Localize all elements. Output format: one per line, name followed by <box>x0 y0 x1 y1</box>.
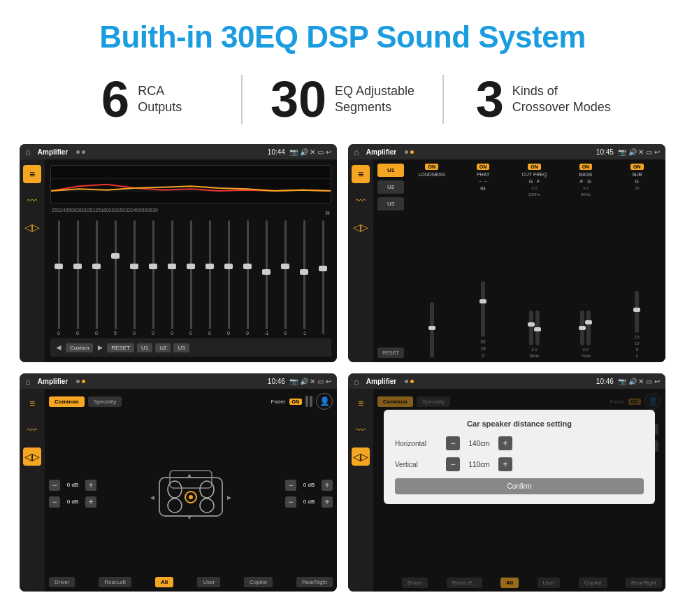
stat-rca: 6 RCAOutputs <box>42 74 241 124</box>
vol-plus-3[interactable]: + <box>322 480 333 491</box>
fader-slider-group <box>305 396 312 407</box>
eq-u1-btn[interactable]: U1 <box>137 343 152 352</box>
screen-body-1: ≡ 〰 ◁▷ <box>20 159 337 362</box>
stat-text-rca: RCAOutputs <box>138 83 182 116</box>
copilot-btn[interactable]: Copilot <box>244 577 273 587</box>
status-dots-3 <box>76 380 85 383</box>
bg-tabs: Common Specialty Fader ON 👤 <box>377 393 661 410</box>
distance-modal: Car speaker distance setting Horizontal … <box>384 410 655 504</box>
vertical-value: 110cm <box>463 461 495 468</box>
rear-right-btn[interactable]: RearRight <box>296 577 333 587</box>
dot1 <box>76 150 80 154</box>
amp-preset-u1[interactable]: U1 <box>377 164 404 177</box>
tab-specialty-3[interactable]: Specialty <box>88 396 122 407</box>
svg-point-8 <box>200 499 214 513</box>
eq-u3-btn[interactable]: U3 <box>173 343 189 352</box>
amp-reset-btn[interactable]: RESET <box>377 348 404 358</box>
user-btn[interactable]: User <box>197 577 220 587</box>
amp-channel-phat: ON PHAT ~~ 64 32 16 0 <box>459 164 507 358</box>
dot2 <box>82 150 85 154</box>
status-time-2: 10:45 <box>596 148 614 156</box>
screen-crossover: ⌂ Amplifier 10:46 📷 🔊 ✕ ▭ ↩ ≡ 〰 ◁▷ Commo… <box>20 373 337 592</box>
side-eq-icon-3[interactable]: ≡ <box>23 394 41 413</box>
amp-preset-u2[interactable]: U2 <box>377 180 404 194</box>
vol-minus-4[interactable]: − <box>285 496 296 508</box>
side-wave-icon-4[interactable]: 〰 <box>352 421 370 439</box>
vol-plus-4[interactable]: + <box>322 496 333 508</box>
status-icons-1: 📷 🔊 ✕ ▭ ↩ <box>289 148 331 156</box>
statusbar-3: ⌂ Amplifier 10:46 📷 🔊 ✕ ▭ ↩ <box>20 373 337 389</box>
bass-label: BASS <box>579 172 593 177</box>
horizontal-plus[interactable]: + <box>498 436 512 450</box>
vertical-minus[interactable]: − <box>446 457 460 471</box>
side-eq-icon[interactable]: ≡ <box>23 165 41 183</box>
screen3-main: Common Specialty Fader ON 👤 <box>45 389 337 592</box>
dot8 <box>410 380 414 383</box>
vol-minus-1[interactable]: − <box>49 480 60 491</box>
eq-arrows: » <box>325 208 330 217</box>
vertical-ctrl: − 110cm + <box>446 457 512 471</box>
status-time-3: 10:46 <box>268 378 285 385</box>
screenshots-grid: ⌂ Amplifier 10:44 📷 🔊 ✕ ▭ ↩ ≡ 〰 ◁▷ <box>0 144 685 606</box>
status-dots-1 <box>76 150 85 154</box>
stat-text-crossover: Kinds ofCrossover Modes <box>512 83 611 116</box>
eq-main: 25 32 40 50 63 80 100 125 160 200 250 32… <box>45 159 337 362</box>
amp-preset-u3[interactable]: U3 <box>377 197 404 210</box>
vol-plus-2[interactable]: + <box>85 496 96 508</box>
stat-number-eq: 30 <box>271 74 326 124</box>
svg-point-7 <box>168 499 182 513</box>
bass-on[interactable]: ON <box>579 164 593 170</box>
side-wave-icon[interactable]: 〰 <box>23 192 41 210</box>
profile-icon[interactable]: 👤 <box>316 393 333 410</box>
bg-fader: Fader ON 👤 <box>610 393 661 410</box>
side-eq-icon-2[interactable]: ≡ <box>352 165 370 183</box>
eq-sliders-area: 0 0 0 5 0 0 0 0 0 0 0 -1 0 -1 <box>50 220 331 336</box>
vol-value-4: 0 dB <box>298 499 319 505</box>
side-speaker-icon[interactable]: ◁▷ <box>23 218 41 236</box>
dot3 <box>405 150 408 154</box>
side-wave-icon-3[interactable]: 〰 <box>23 421 41 439</box>
vertical-plus[interactable]: + <box>498 457 512 471</box>
svg-point-5 <box>168 481 182 498</box>
dot5 <box>76 380 80 383</box>
confirm-button[interactable]: Confirm <box>395 478 644 494</box>
eq-slider-11: -1 <box>258 220 275 336</box>
tab-common-3[interactable]: Common <box>49 396 85 407</box>
side-wave-icon-2[interactable]: 〰 <box>352 192 370 210</box>
sub-on[interactable]: ON <box>630 164 644 170</box>
horizontal-minus[interactable]: − <box>446 436 460 450</box>
stat-number-rca: 6 <box>101 74 129 124</box>
vol-minus-3[interactable]: − <box>285 480 296 491</box>
phat-slider <box>481 194 485 337</box>
cutfreq-on[interactable]: ON <box>528 164 541 170</box>
vol-minus-2[interactable]: − <box>49 496 60 508</box>
eq-next-btn[interactable]: ► <box>96 343 104 352</box>
vol-row-1: − 0 dB + <box>49 480 96 491</box>
eq-u2-btn[interactable]: U2 <box>155 343 171 352</box>
eq-custom-btn[interactable]: Custom <box>66 343 94 352</box>
side-speaker-icon-3[interactable]: ◁▷ <box>23 447 41 466</box>
side-speaker-icon-4[interactable]: ◁▷ <box>352 447 370 466</box>
driver-btn[interactable]: Driver <box>49 577 75 587</box>
eq-prev-btn[interactable]: ◄ <box>55 343 63 352</box>
rear-left-btn[interactable]: RearLeft <box>99 577 131 587</box>
status-icons-2: 📷 🔊 ✕ ▭ ↩ <box>618 148 660 156</box>
s4-user-btn: User <box>538 578 561 588</box>
status-icons-4: 📷 🔊 ✕ ▭ ↩ <box>618 378 660 385</box>
fader-on-badge[interactable]: ON <box>289 399 303 405</box>
all-btn[interactable]: All <box>155 577 173 587</box>
bg-tab-specialty: Specialty <box>417 396 450 407</box>
modal-title: Car speaker distance setting <box>395 420 644 428</box>
loudness-on[interactable]: ON <box>425 164 438 170</box>
side-speaker-icon-2[interactable]: ◁▷ <box>352 218 370 236</box>
vertical-row: Vertical − 110cm + <box>395 457 644 471</box>
phat-on[interactable]: ON <box>477 164 490 170</box>
vol-row-4: − 0 dB + <box>285 496 333 508</box>
vol-plus-1[interactable]: + <box>85 480 96 491</box>
amp-channel-loudness: ON LOUDNESS <box>408 164 456 358</box>
svg-text:▲: ▲ <box>186 471 193 479</box>
side-eq-icon-4[interactable]: ≡ <box>352 394 370 413</box>
statusbar-4: ⌂ Amplifier 10:46 📷 🔊 ✕ ▭ ↩ <box>348 373 665 389</box>
eq-reset-btn[interactable]: RESET <box>107 343 134 352</box>
amp-presets: U1 U2 U3 RESET <box>377 164 404 358</box>
